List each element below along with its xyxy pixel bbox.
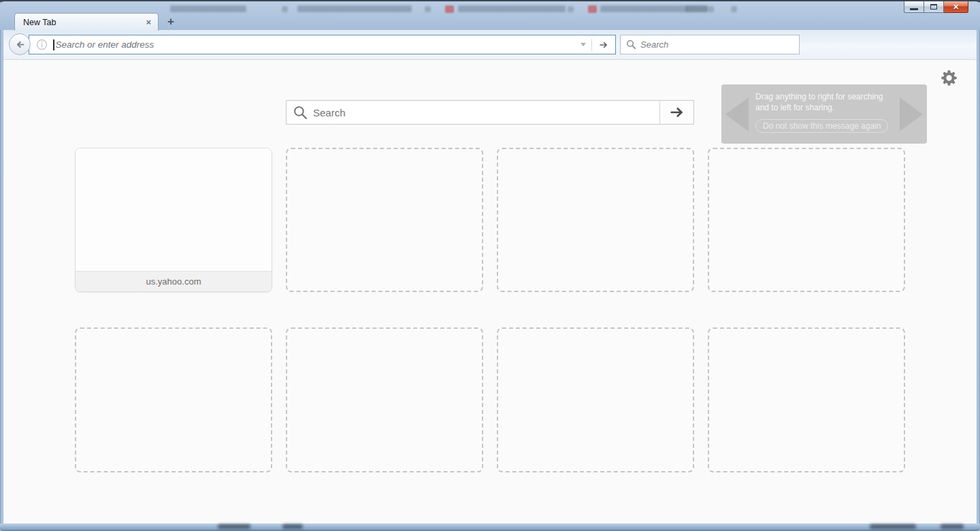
arrow-right-icon: [598, 39, 610, 50]
newtab-search-bar: [286, 100, 694, 125]
background-tab-ghost: [297, 5, 412, 12]
top-site-tile-yahoo[interactable]: us.yahoo.com: [75, 148, 272, 292]
drag-tip-line1: Drag anything to right for searching: [755, 91, 898, 102]
toolbar-search-input[interactable]: [636, 37, 799, 53]
arrow-right-icon: [669, 106, 685, 119]
new-tab-button[interactable]: +: [163, 16, 179, 29]
toolbar-search-bar: [620, 35, 800, 54]
drag-tip-text: Drag anything to right for searching and…: [755, 91, 898, 113]
background-tab-close-ghost: [282, 6, 288, 12]
background-tab-favicon: [445, 5, 454, 13]
drag-tip-line2: and to left for sharing.: [755, 102, 898, 113]
empty-tile-slot: [75, 327, 272, 472]
empty-tile-slot: [286, 327, 483, 472]
triangle-right-icon: [900, 97, 923, 131]
triangle-left-icon: [725, 97, 749, 131]
newtab-search-input[interactable]: [313, 102, 659, 123]
background-tab-favicon: [588, 5, 597, 13]
minimize-button[interactable]: [904, 1, 924, 13]
empty-tile-slot: [708, 327, 905, 472]
back-icon: [14, 39, 26, 50]
tab-new-tab[interactable]: New Tab ×: [14, 13, 159, 31]
newtab-search-go-button[interactable]: [659, 101, 693, 124]
background-tab-close-ghost: [568, 6, 574, 12]
window-controls: ✕: [904, 1, 968, 13]
navigation-toolbar: [3, 30, 977, 60]
maximize-button[interactable]: [924, 1, 944, 13]
tab-title: New Tab: [23, 18, 146, 27]
close-icon: ✕: [953, 3, 959, 12]
empty-tile-slot: [708, 148, 905, 292]
background-tab-close-ghost: [708, 6, 714, 12]
search-icon: [626, 39, 636, 50]
empty-tile-slot: [497, 327, 694, 472]
go-button[interactable]: [592, 35, 615, 54]
background-smudge: [282, 524, 303, 529]
background-tab-close-ghost: [425, 6, 431, 12]
background-smudge: [941, 524, 964, 529]
info-icon[interactable]: [36, 39, 48, 50]
url-bar: [29, 35, 616, 54]
window-border-left: [0, 30, 3, 524]
gear-icon: [940, 69, 958, 87]
back-button[interactable]: [9, 33, 31, 55]
site-tile-label: us.yahoo.com: [76, 271, 272, 291]
window-border-bottom: [0, 524, 980, 531]
urlbar-dropdown-icon[interactable]: [581, 43, 586, 46]
site-thumbnail: [76, 148, 272, 271]
background-smudge: [218, 524, 250, 529]
newtab-settings-button[interactable]: [940, 69, 958, 87]
drag-tip-popup: Drag anything to right for searching and…: [721, 84, 927, 144]
background-tab-ghost: [170, 5, 246, 12]
background-tab-ghost: [458, 5, 566, 12]
empty-tile-slot: [497, 148, 694, 292]
close-button[interactable]: ✕: [944, 1, 968, 13]
minimize-icon: [910, 8, 918, 10]
search-icon: [293, 106, 308, 120]
background-tab-close-ghost: [731, 6, 737, 12]
maximize-icon: [930, 4, 937, 10]
background-smudge: [870, 524, 916, 529]
background-tab-ghost: [600, 5, 687, 12]
background-tab-badge: [686, 5, 708, 12]
window-border-right: [977, 30, 980, 524]
url-input[interactable]: [54, 37, 576, 53]
empty-tile-slot: [286, 148, 483, 292]
dismiss-tip-button[interactable]: Do not show this message again: [755, 119, 888, 133]
tab-close-icon[interactable]: ×: [146, 18, 151, 27]
